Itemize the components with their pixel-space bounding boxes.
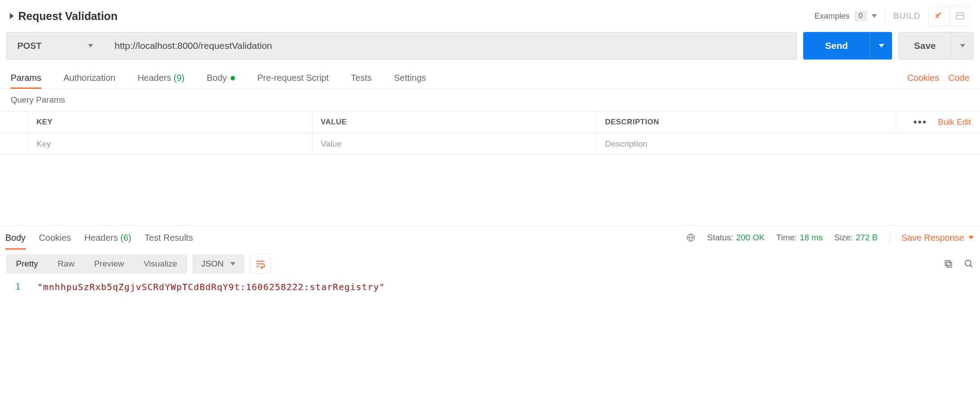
qp-col-key-header: KEY: [28, 111, 313, 133]
size-meta[interactable]: Size: 272 B: [834, 233, 878, 243]
url-input[interactable]: http://localhost:8000/requestValidation: [104, 32, 797, 60]
tab-authorization[interactable]: Authorization: [64, 68, 116, 88]
divider: [889, 232, 890, 243]
qp-key-input[interactable]: Key: [28, 133, 313, 154]
examples-label: Examples: [815, 12, 850, 21]
send-button[interactable]: Send: [803, 32, 870, 60]
examples-dropdown[interactable]: Examples 0: [815, 11, 877, 21]
save-label: Save: [914, 40, 936, 51]
resp-tab-headers[interactable]: Headers (6): [84, 226, 131, 250]
tab-settings[interactable]: Settings: [394, 68, 426, 88]
save-response-dropdown[interactable]: Save Response: [901, 233, 974, 243]
tab-label: Headers: [138, 73, 171, 83]
chevron-down-icon: [230, 262, 235, 266]
http-method-label: POST: [17, 41, 41, 51]
size-label: Size:: [834, 233, 853, 243]
response-line: "mnhhpuSzRxb5qZgjvSCRdYWpTCdBdRqY9t:1606…: [27, 282, 385, 292]
format-label: JSON: [201, 259, 224, 269]
divider: [885, 10, 885, 22]
svg-rect-0: [956, 13, 964, 20]
globe-icon[interactable]: [686, 233, 696, 243]
more-options-icon[interactable]: •••: [913, 116, 927, 128]
qp-row-checkbox[interactable]: [0, 133, 28, 154]
examples-count: 0: [854, 11, 867, 21]
chevron-down-icon: [88, 44, 93, 48]
http-method-select[interactable]: POST: [6, 32, 104, 60]
time-meta[interactable]: Time: 18 ms: [776, 233, 823, 243]
tab-label: Tests: [351, 73, 372, 83]
tab-label: Authorization: [64, 73, 116, 83]
svg-rect-4: [945, 261, 950, 266]
tab-label: Headers: [84, 233, 118, 243]
cookies-link[interactable]: Cookies: [907, 73, 939, 83]
line-number: 1: [0, 282, 27, 292]
svg-line-6: [970, 265, 972, 267]
qp-desc-placeholder: Description: [605, 139, 647, 149]
seg-visualize[interactable]: Visualize: [134, 254, 187, 274]
chevron-down-icon: [879, 44, 884, 48]
tab-label: Cookies: [39, 233, 71, 243]
search-icon[interactable]: [964, 259, 974, 269]
size-value: 272 B: [856, 233, 878, 243]
tab-body[interactable]: Body: [207, 68, 235, 88]
seg-raw[interactable]: Raw: [48, 254, 84, 274]
build-label[interactable]: BUILD: [893, 11, 920, 21]
status-value: 200 OK: [736, 233, 765, 243]
tab-label: Pre-request Script: [257, 73, 329, 83]
tab-label: Test Results: [144, 233, 193, 243]
qp-key-placeholder: Key: [36, 139, 51, 149]
headers-count: (6): [120, 233, 131, 243]
qp-value-placeholder: Value: [321, 139, 342, 149]
tab-label: Body: [207, 73, 227, 83]
tab-label: Params: [11, 73, 41, 83]
expand-caret-icon[interactable]: [10, 13, 14, 19]
resp-tab-cookies[interactable]: Cookies: [39, 226, 71, 250]
tab-label: Settings: [394, 73, 426, 83]
send-label: Send: [825, 40, 848, 51]
query-params-title: Query Params: [0, 89, 980, 111]
tab-tests[interactable]: Tests: [351, 68, 372, 88]
seg-preview[interactable]: Preview: [84, 254, 134, 274]
save-dropdown-button[interactable]: [952, 32, 974, 60]
save-response-label: Save Response: [901, 233, 964, 243]
response-body-area[interactable]: 1 "mnhhpuSzRxb5qZgjvSCRdYWpTCdBdRqY9t:16…: [0, 278, 980, 296]
resp-tab-test-results[interactable]: Test Results: [144, 226, 193, 250]
time-value: 18 ms: [800, 233, 823, 243]
bulk-edit-link[interactable]: Bulk Edit: [938, 117, 971, 127]
chevron-down-icon: [968, 236, 974, 239]
code-link[interactable]: Code: [948, 73, 969, 83]
panel-icon[interactable]: [949, 7, 970, 25]
chevron-down-icon: [960, 44, 965, 48]
status-meta[interactable]: Status: 200 OK: [707, 233, 765, 243]
response-view-segmented: Pretty Raw Preview Visualize: [6, 254, 187, 274]
url-value: http://localhost:8000/requestValidation: [115, 40, 272, 51]
tab-label: Body: [5, 233, 26, 243]
query-params-table: KEY VALUE DESCRIPTION ••• Bulk Edit Key …: [0, 111, 980, 155]
resp-tab-body[interactable]: Body: [5, 226, 26, 250]
tab-headers[interactable]: Headers (9): [138, 68, 185, 88]
tab-params[interactable]: Params: [11, 68, 41, 88]
wrap-lines-button[interactable]: [250, 254, 271, 274]
save-button[interactable]: Save: [898, 32, 952, 60]
status-label: Status:: [707, 233, 733, 243]
request-title: Request Validation: [18, 10, 118, 23]
qp-description-input[interactable]: Description: [597, 133, 980, 154]
tab-prerequest-script[interactable]: Pre-request Script: [257, 68, 329, 88]
comments-icon[interactable]: [929, 7, 949, 25]
svg-point-5: [965, 260, 971, 266]
chevron-down-icon: [872, 14, 877, 18]
time-label: Time:: [776, 233, 797, 243]
copy-icon[interactable]: [944, 259, 953, 269]
qp-col-value-header: VALUE: [313, 111, 597, 133]
qp-checkbox-header: [0, 111, 28, 133]
dot-indicator-icon: [231, 76, 235, 80]
seg-pretty[interactable]: Pretty: [6, 254, 48, 274]
format-select[interactable]: JSON: [192, 254, 244, 274]
send-dropdown-button[interactable]: [870, 32, 892, 60]
headers-count: (9): [174, 73, 184, 83]
qp-col-description-header: DESCRIPTION: [597, 111, 896, 133]
svg-rect-3: [947, 262, 952, 267]
qp-value-input[interactable]: Value: [313, 133, 597, 154]
